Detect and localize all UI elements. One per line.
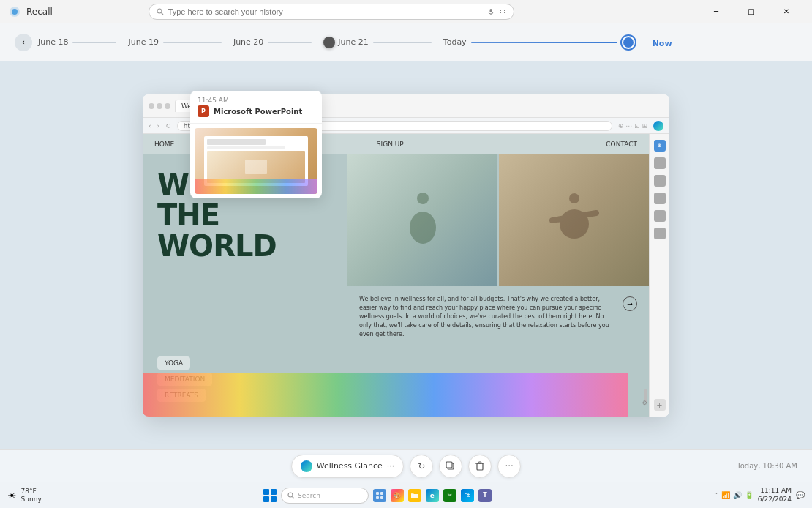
taskbar-app-store[interactable]: 🛍 [461,489,474,502]
browser-dot-2 [157,103,162,109]
timeline-date-june20[interactable]: June 20 [233,37,312,47]
scroll-settings-icon[interactable]: ⚙ [642,400,647,406]
action-bar: Wellness Glance ··· ↻ ··· Today, 10:30 A… [0,449,812,482]
sidebar-icon-5[interactable] [654,210,666,222]
taskbar-app-widgets[interactable] [373,489,386,502]
svg-rect-13 [477,463,483,470]
svg-line-10 [552,213,596,220]
edge-taskbar-icon: e [430,492,435,499]
network-icon[interactable]: 📶 [721,491,730,499]
titlebar-search-bar[interactable] [149,4,514,20]
svg-line-3 [161,12,163,15]
sidebar-icon-3[interactable] [654,175,666,187]
more-action-button[interactable]: ··· [497,455,521,478]
svg-point-8 [569,193,579,203]
code-icon [499,8,506,15]
taskbar-app-snipping[interactable]: ✂ [443,489,456,502]
system-icons: ⌃ 📶 🔊 🔋 [713,491,753,499]
svg-point-6 [417,193,429,204]
back-button[interactable]: ‹ [149,122,151,130]
microphone-icon [487,8,495,15]
hero-text-line2: THE WORLD [157,200,333,261]
browser-dot-3 [165,103,170,109]
slide-inner [204,136,309,186]
browser-traffic-lights [149,103,170,109]
delete-action-button[interactable] [468,455,492,478]
action-timestamp: Today, 10:30 AM [737,462,797,470]
taskbar-system-tray: ⌃ 📶 🔊 🔋 11:11 AM 6/22/2024 💬 [713,487,805,504]
taskbar-app-explorer[interactable] [408,489,421,502]
refresh-button[interactable]: ↻ [165,122,171,130]
svg-rect-20 [376,496,379,499]
pill-more-icon[interactable]: ··· [387,461,395,471]
svg-rect-21 [380,496,383,499]
sidebar-icon-1[interactable]: ⊕ [654,140,666,152]
search-icon [157,8,164,15]
main-content-area: Wellness Glance ✕ + ‹ › ↻ https://wellne… [0,61,812,449]
popup-app-name: P Microsoft PowerPoint [198,105,315,117]
sidebar-icon-4[interactable] [654,193,666,204]
browser-dot-1 [149,103,154,109]
powerpoint-icon: P [198,105,209,117]
taskbar-app-edge[interactable]: e [426,489,439,502]
minimize-button[interactable]: ─ [699,0,733,23]
taskbar-app-teams[interactable]: T [478,489,492,502]
website-nav-contact[interactable]: CONTACT [606,141,637,148]
copy-icon [446,461,456,471]
sidebar-icon-6[interactable] [654,228,666,239]
trash-icon [475,461,484,471]
timeline-date-june21[interactable]: June 21 [338,37,431,47]
svg-rect-19 [380,492,383,495]
weather-icon: ☀️ [7,490,17,501]
meditation-silhouette [401,187,445,253]
browser-toolbar-icons: ⊕ ⋯ ⊡ ⊞ [618,122,647,130]
copy-action-button[interactable] [439,455,462,478]
notifications-icon[interactable]: 💬 [796,491,805,499]
website-body-text: We believe in wellness for all, and for … [359,295,617,339]
rainbow-decoration [143,373,628,417]
weather-temp: 78°F [21,488,42,496]
timeline-cursor[interactable] [323,37,335,48]
taskbar-search[interactable]: Search [281,488,369,504]
source-pill[interactable]: Wellness Glance ··· [291,455,404,478]
maximize-button[interactable]: □ [734,0,768,23]
start-sq-2 [271,489,277,495]
menu-yoga[interactable]: YOGA [157,356,190,370]
timeline-segment [163,42,222,43]
start-button[interactable] [263,489,277,502]
system-clock[interactable]: 11:11 AM 6/22/2024 [758,487,792,504]
sidebar-icon-2[interactable] [654,157,666,169]
svg-point-1 [12,9,18,15]
taskbar-app-paint[interactable]: 🎨 [391,489,404,502]
timeline-date-june19[interactable]: June 19 [128,37,221,47]
app-logo-icon [9,6,20,18]
svg-rect-4 [489,9,492,12]
timeline-active-segment [471,42,617,43]
store-icon: 🛍 [465,492,470,498]
timeline-date-today[interactable]: Today [443,36,635,49]
taskbar-center: Search 🎨 e ✂ 🛍 [42,488,713,504]
app-title: Recall [26,7,53,17]
website-nav-signup[interactable]: SIGN UP [377,141,404,148]
edge-profile-icon [653,121,663,131]
battery-icon[interactable]: 🔋 [745,491,753,499]
website-nav-home[interactable]: HOME [154,141,174,148]
read-more-arrow[interactable]: → [623,296,637,311]
timeline-now-label[interactable]: Now [653,35,672,49]
timeline-date-june18[interactable]: June 18 [38,37,116,47]
weather-condition: Sunny [21,496,42,504]
taskbar-weather[interactable]: ☀️ 78°F Sunny [7,488,42,504]
timeline-back-button[interactable]: ‹ [15,34,32,51]
website-photo-grid [347,154,649,286]
volume-icon[interactable]: 🔊 [733,491,742,499]
chevron-icon[interactable]: ⌃ [713,492,718,498]
sidebar-add-icon[interactable]: + [654,399,666,411]
titlebar: Recall ─ □ ✕ [0,0,812,23]
taskbar: ☀️ 78°F Sunny Search [0,482,812,508]
search-input[interactable] [168,7,483,16]
popup-content[interactable] [190,124,322,198]
start-sq-4 [271,496,277,502]
close-button[interactable]: ✕ [770,0,803,23]
refresh-action-button[interactable]: ↻ [410,455,433,478]
forward-button[interactable]: › [157,122,160,130]
